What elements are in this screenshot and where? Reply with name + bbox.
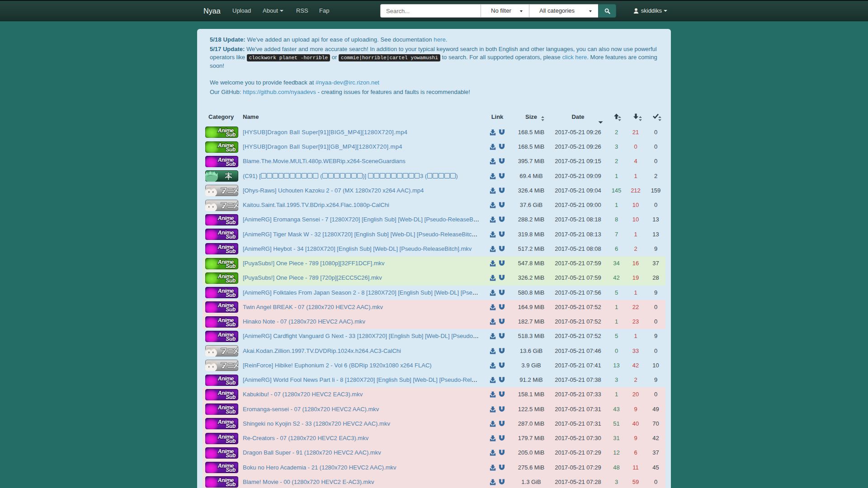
svg-text:Sub: Sub xyxy=(226,248,236,254)
svg-text:Sub: Sub xyxy=(226,219,236,225)
svg-text:Sub: Sub xyxy=(226,438,236,444)
svg-text:Sub: Sub xyxy=(226,131,236,138)
svg-text:Sub: Sub xyxy=(226,321,236,328)
svg-text:Sub: Sub xyxy=(226,481,236,488)
svg-text:Sub: Sub xyxy=(226,423,236,429)
svg-text:Sub: Sub xyxy=(226,146,236,153)
svg-text:Sub: Sub xyxy=(226,161,236,167)
svg-text:Sub: Sub xyxy=(226,263,236,269)
svg-text:Sub: Sub xyxy=(226,380,236,386)
svg-text:Sub: Sub xyxy=(226,394,236,400)
svg-text:Sub: Sub xyxy=(226,306,236,313)
svg-text:Sub: Sub xyxy=(226,292,236,298)
svg-text:Sub: Sub xyxy=(226,336,236,342)
svg-text:Sub: Sub xyxy=(226,234,236,240)
svg-text:Sub: Sub xyxy=(226,277,236,284)
svg-text:Sub: Sub xyxy=(226,452,236,459)
svg-text:Sub: Sub xyxy=(226,408,236,415)
svg-text:Sub: Sub xyxy=(226,467,236,473)
